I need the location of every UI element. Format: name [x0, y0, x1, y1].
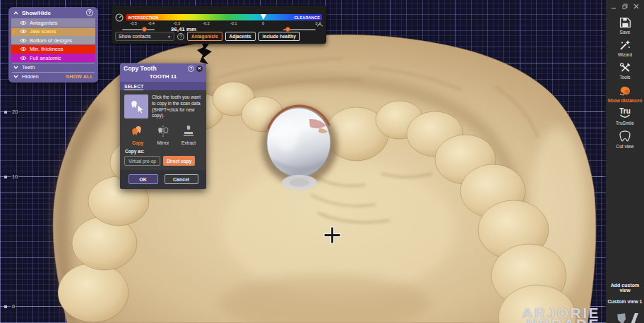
dialog-tooth-number: TOOTH 11 [120, 73, 206, 82]
eye-icon [20, 38, 27, 43]
sidebar-item-save[interactable]: Save [619, 17, 631, 35]
sidebar-item-cut-view[interactable]: Cut view [616, 130, 634, 149]
selected-arrow-icon [13, 30, 16, 34]
tool-copy[interactable]: Copy [126, 126, 149, 145]
eye-icon [20, 47, 27, 51]
eye-icon [20, 56, 27, 61]
save-floppy-icon [619, 17, 631, 28]
eye-icon [20, 29, 27, 34]
sidebar-item-wizard[interactable]: Wizard [618, 39, 632, 57]
mirror-tooth-icon [156, 126, 170, 137]
watermark: ARJORIE NDRADE [522, 307, 600, 323]
sidebar-item-show-distances[interactable]: Show distances [607, 85, 642, 103]
layer-row-antagonists[interactable]: Antagonists [11, 18, 95, 27]
dialog-titlebar[interactable]: Copy Tooth ? ✕ [120, 63, 206, 73]
tick-label: -0,3 [174, 21, 180, 25]
direct-copy-button[interactable]: Direct copy [163, 156, 195, 166]
copy-tooth-dialog: Copy Tooth ? ✕ TOOTH 11 SELECT Click the… [120, 63, 206, 189]
restore-icon[interactable] [622, 4, 628, 9]
adjacents-button[interactable]: Adjacents [225, 32, 256, 41]
extract-tooth-icon [181, 126, 196, 137]
close-icon[interactable]: ✕ [196, 66, 203, 72]
smile-arc-icon [619, 114, 631, 119]
pick-tooth-icon [124, 95, 148, 118]
slider-knob[interactable] [142, 27, 147, 32]
scale-left-label: INTERSECTION [128, 16, 158, 20]
tick-label: -0,1 [230, 21, 237, 25]
distance-color-scale[interactable]: INTERSECTION CLEARANCE [126, 14, 322, 20]
view-preset-icons[interactable] [609, 310, 642, 323]
layer-label: Bottom of designs [30, 37, 72, 44]
dropdown-value: Show contacts [119, 34, 151, 39]
show-hide-header[interactable]: Show/Hide ? [8, 7, 98, 18]
tick-label: -0,5 [130, 21, 136, 25]
show-all-button[interactable]: SHOW ALL [66, 74, 93, 79]
dialog-instruction: Click the tooth you want to copy in the … [152, 95, 202, 119]
distance-gauge-icon[interactable] [115, 13, 124, 22]
group-label: Teeth [22, 64, 35, 71]
copy-as-label: Copy as: [125, 149, 201, 154]
help-icon[interactable]: ? [188, 66, 194, 72]
help-icon[interactable]: ? [86, 9, 93, 16]
tool-mirror[interactable]: Mirror [152, 126, 174, 145]
slider-knob[interactable] [285, 27, 290, 32]
add-custom-view-button[interactable]: Add custom view [606, 283, 644, 293]
trusmile-logo-text: Tru [619, 108, 631, 114]
layer-row-jaw-scans[interactable]: Jaw scans [11, 28, 95, 36]
scale-ticks: -0,5 -0,4 -0,3 -0,2 -0,1 0 0,2 [126, 21, 322, 26]
layer-row-bottom-of-designs[interactable]: Bottom of designs [11, 36, 95, 44]
cancel-button[interactable]: Cancel [165, 174, 198, 184]
scale-right-label: CLEARANCE [294, 16, 320, 20]
copy-teeth-icon [130, 126, 145, 137]
clearance-range-slider[interactable] [283, 29, 316, 30]
chevron-down-icon: ▼ [167, 35, 171, 39]
collapse-up-icon [13, 11, 18, 15]
wizard-wand-icon [619, 39, 631, 51]
layer-label: Min. thickness [30, 46, 64, 52]
right-sidebar: Save Wizard Tools [606, 0, 644, 323]
tick-label: -0,4 [148, 21, 154, 25]
sidebar-item-tools[interactable]: Tools [619, 62, 631, 80]
dental-cad-app: 20 10 0 [0, 0, 644, 323]
distances-toolbar: INTERSECTION CLEARANCE -0,5 -0,4 -0,3 -0… [112, 6, 326, 44]
chevron-down-icon [13, 66, 18, 69]
show-contacts-dropdown[interactable]: Show contacts ▼ [115, 32, 174, 41]
watermark-line2: NDRADE [522, 319, 600, 323]
tools-icon [619, 62, 631, 73]
virtual-pre-op-button[interactable]: Virtual pre-op [124, 156, 160, 166]
group-teeth[interactable]: Teeth [12, 63, 95, 72]
layer-row-full-anatomic[interactable]: Full anatomic [11, 54, 95, 62]
layer-row-min-thickness[interactable]: Min. thickness [11, 45, 95, 54]
intersection-range-slider[interactable] [122, 29, 155, 30]
custom-view-1-button[interactable]: Custom view 1 [606, 299, 644, 304]
tick-label: 0 [262, 21, 264, 25]
show-hide-panel: Show/Hide ? Antagonists Jaw scans [8, 7, 98, 83]
layer-label: Jaw scans [30, 28, 56, 35]
group-label: Hidden [22, 73, 39, 80]
close-icon[interactable] [633, 4, 639, 9]
panel-title: Show/Hide [22, 10, 51, 16]
group-hidden[interactable]: Hidden SHOW ALL [12, 72, 95, 81]
layer-label: Antagonists [30, 20, 57, 26]
minimize-icon[interactable] [611, 4, 616, 9]
help-icon[interactable]: ? [177, 33, 184, 40]
eye-icon [20, 20, 27, 25]
toolbar-collapse-icon[interactable] [318, 23, 323, 28]
tab-select[interactable]: SELECT [124, 82, 143, 90]
ok-button[interactable]: OK [129, 174, 158, 184]
tick-label: -0,2 [203, 21, 209, 25]
sidebar-item-trusmile[interactable]: Tru TruSmile [616, 108, 634, 126]
crosshair-cursor [323, 226, 341, 244]
antagonists-button[interactable]: Antagonists [187, 32, 222, 41]
scale-marker[interactable] [261, 14, 266, 20]
dialog-title: Copy Tooth [124, 65, 157, 72]
tool-extract[interactable]: Extract [177, 126, 200, 145]
cut-view-tooth-icon [619, 130, 631, 142]
show-distances-icon [618, 85, 632, 97]
layer-label: Full anatomic [30, 55, 61, 61]
chevron-down-icon [13, 75, 18, 78]
include-healthy-button[interactable]: Include healthy [258, 32, 300, 41]
